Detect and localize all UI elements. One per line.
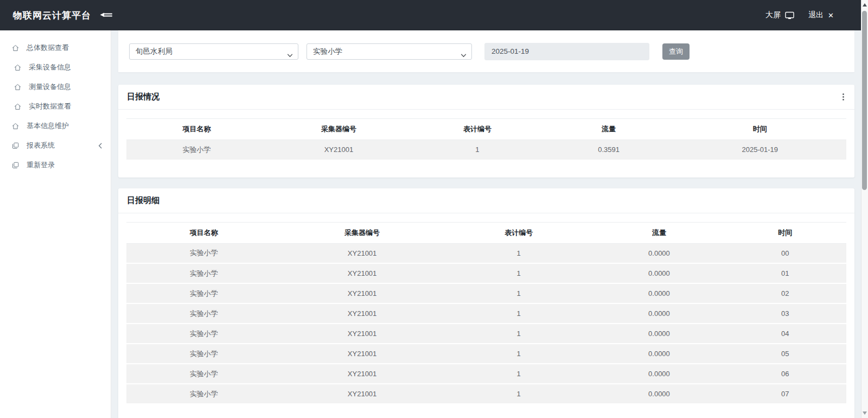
table-cell: 实验小学 [126,324,281,344]
table-row: 实验小学XY2100110.000002 [126,283,846,303]
table-cell: 1 [443,324,595,344]
table-cell: 1 [411,140,544,160]
table-cell: XY21001 [267,140,411,160]
table-cell: 实验小学 [126,283,281,303]
bureau-select[interactable]: 旬邑水利局 [129,43,298,60]
table-cell: 实验小学 [126,263,281,283]
sidebar-item-measure-device[interactable]: 测量设备信息 [0,77,111,97]
home-icon [14,64,22,72]
app-header: 物联网云计算平台 大屏 退出 ✕ [0,0,868,30]
table-cell: XY21001 [281,384,443,404]
daily-detail-card-body: 项目名称采集器编号表计编号流量时间 实验小学XY2100110.000000实验… [118,213,854,418]
table-cell: 0.0000 [595,283,724,303]
table-cell: XY21001 [281,364,443,384]
daily-report-card: 日报情况 项目名称采集器编号表计编号流量时间 实验小学XY2100110.359… [118,85,854,178]
table-cell: 0.0000 [595,243,724,263]
sidebar-item-label: 总体数据查看 [27,43,69,53]
table-cell: 1 [443,364,595,384]
table-cell: 01 [724,263,846,283]
daily-report-card-header: 日报情况 [118,85,854,110]
chevron-left-icon [98,143,102,149]
table-cell: 1 [443,303,595,324]
table-cell: 实验小学 [126,384,281,404]
table-cell: 0.0000 [595,384,724,404]
table-cell: 1 [443,263,595,283]
filter-bar: 旬邑水利局 实验小学 查询 [118,30,854,72]
column-header: 时间 [724,222,846,243]
table-row: 实验小学XY2100110.000004 [126,324,846,344]
table-cell: 实验小学 [126,243,281,263]
daily-report-title: 日报情况 [127,92,159,102]
bigscreen-label: 大屏 [765,10,781,20]
table-cell: 1 [443,283,595,303]
table-cell: 实验小学 [126,344,281,364]
sidebar-item-collector-device[interactable]: 采集设备信息 [0,58,111,77]
table-cell: XY21001 [281,324,443,344]
bureau-select-wrap: 旬邑水利局 [129,43,298,60]
table-cell: 05 [724,344,846,364]
table-cell: XY21001 [281,243,443,263]
daily-detail-table-head: 项目名称采集器编号表计编号流量时间 [126,222,846,243]
daily-detail-table-body: 实验小学XY2100110.000000实验小学XY2100110.000001… [126,243,846,404]
scroll-up-arrow[interactable] [863,3,867,7]
sidebar-item-realtime-data[interactable]: 实时数据查看 [0,97,111,116]
column-header: 流量 [595,222,724,243]
table-cell: 07 [724,384,846,404]
home-icon [11,122,20,130]
scrollbar-thumb[interactable] [862,11,867,190]
daily-detail-title: 日报明细 [127,195,159,206]
sidebar-item-report-system[interactable]: 报表系统 [0,136,111,155]
table-cell: 2025-01-19 [673,140,846,160]
page-scrollbar[interactable] [861,0,868,418]
table-cell: 0.0000 [595,263,724,283]
date-input[interactable] [484,43,649,60]
table-cell: XY21001 [281,263,443,283]
sidebar-item-overall-data[interactable]: 总体数据查看 [0,38,111,58]
table-cell: 实验小学 [126,303,281,324]
daily-report-table-head: 项目名称采集器编号表计编号流量时间 [126,119,846,140]
table-cell: 0.3591 [544,140,674,160]
column-header: 项目名称 [126,119,267,140]
table-row: 实验小学XY2100110.000005 [126,344,846,364]
sidebar-item-label: 基本信息维护 [27,121,69,131]
query-button[interactable]: 查询 [662,43,690,60]
table-row: 实验小学XY2100110.35912025-01-19 [126,140,846,160]
sidebar-item-label: 报表系统 [27,141,55,150]
home-icon [14,103,22,111]
daily-report-card-body: 项目名称采集器编号表计编号流量时间 实验小学XY2100110.35912025… [118,110,854,178]
sidebar-item-relogin[interactable]: 重新登录 [0,155,111,175]
bigscreen-link[interactable]: 大屏 [765,10,794,20]
table-cell: 03 [724,303,846,324]
table-row: 实验小学XY2100110.000000 [126,243,846,263]
daily-detail-table: 项目名称采集器编号表计编号流量时间 实验小学XY2100110.000000实验… [126,222,846,405]
sidebar-item-label: 实时数据查看 [29,102,71,111]
scroll-down-arrow[interactable] [863,411,867,415]
table-cell: 04 [724,324,846,344]
table-cell: 06 [724,364,846,384]
column-header: 项目名称 [126,222,281,243]
table-cell: 1 [443,384,595,404]
column-header: 表计编号 [411,119,544,140]
table-cell: 02 [724,283,846,303]
column-header: 采集器编号 [281,222,443,243]
sidebar-item-label: 测量设备信息 [29,82,71,92]
column-header: 表计编号 [443,222,595,243]
table-cell: 实验小学 [126,364,281,384]
logout-link[interactable]: 退出 ✕ [808,10,834,20]
menu-fold-icon[interactable] [99,11,113,20]
project-select[interactable]: 实验小学 [307,43,472,60]
sidebar-item-basic-info[interactable]: 基本信息维护 [0,116,111,136]
table-row: 实验小学XY2100110.000006 [126,364,846,384]
main-content: 旬邑水利局 实验小学 查询 日报情况 项目名称采集器编号表计编号流量时间 [111,30,868,418]
daily-detail-card: 日报明细 项目名称采集器编号表计编号流量时间 实验小学XY2100110.000… [118,188,854,418]
table-cell: 0.0000 [595,364,724,384]
kebab-menu-icon[interactable] [841,92,846,102]
sidebar: 总体数据查看 采集设备信息 测量设备信息 实时数据查看 基本信息维护 报表系统 … [0,30,111,418]
table-cell: 1 [443,243,595,263]
column-header: 时间 [673,119,846,140]
copy-icon [11,161,20,169]
copy-icon [11,142,20,150]
daily-report-table-body: 实验小学XY2100110.35912025-01-19 [126,140,846,160]
app-title: 物联网云计算平台 [13,9,91,22]
sidebar-item-label: 采集设备信息 [29,62,71,72]
